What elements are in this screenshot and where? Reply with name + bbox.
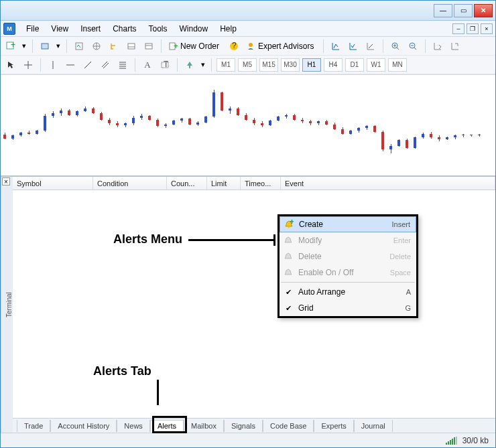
timeframe-m1[interactable]: M1 xyxy=(216,58,235,72)
context-create[interactable]: + Create Insert xyxy=(280,216,416,232)
app-icon: M xyxy=(3,23,15,35)
svg-text:T: T xyxy=(164,60,169,69)
timeframe-m30[interactable]: M30 xyxy=(281,58,300,72)
scroll-chart-button[interactable] xyxy=(430,39,445,54)
chart-shift-button[interactable] xyxy=(448,39,462,54)
tab-journal[interactable]: Journal xyxy=(354,420,393,432)
arrows-dropdown[interactable]: ▾ xyxy=(200,58,206,72)
col-counter[interactable]: Coun... xyxy=(167,177,207,190)
col-symbol[interactable]: Symbol xyxy=(13,177,93,190)
terminal-button[interactable] xyxy=(124,39,139,54)
terminal-content[interactable]: + Create Insert Modify Enter Delete Dele… xyxy=(13,190,495,418)
toolbar-drawing: A T ▾ M1 M5 M15 M30 H1 H4 D1 W1 MN xyxy=(1,56,495,74)
timeframe-d1[interactable]: D1 xyxy=(345,58,364,72)
expert-advisors-button[interactable]: Expert Advisors xyxy=(244,39,318,54)
timeframe-w1[interactable]: W1 xyxy=(367,58,385,72)
expert-advisors-icon xyxy=(246,42,255,51)
menubar: M File View Insert Charts Tools Window H… xyxy=(1,21,495,37)
col-condition[interactable]: Condition xyxy=(93,177,167,190)
timeframe-h1[interactable]: H1 xyxy=(302,58,321,72)
bell-delete-icon xyxy=(282,250,294,263)
window-maximize-button[interactable]: ▭ xyxy=(454,4,473,17)
alerts-context-menu: + Create Insert Modify Enter Delete Dele… xyxy=(277,214,418,318)
status-traffic: 30/0 kb xyxy=(462,436,489,445)
templates-button[interactable] xyxy=(363,39,378,54)
mdi-minimize-button[interactable]: – xyxy=(452,23,464,34)
market-watch-button[interactable] xyxy=(72,39,86,54)
context-modify-shortcut: Enter xyxy=(393,236,411,244)
statusbar: 30/0 kb xyxy=(1,433,495,447)
connection-indicator-icon xyxy=(446,437,457,445)
menu-help[interactable]: Help xyxy=(214,22,242,35)
menu-tools[interactable]: Tools xyxy=(143,22,173,35)
new-chart-button[interactable]: + xyxy=(3,39,18,54)
svg-text:+: + xyxy=(290,220,294,226)
timeframe-m15[interactable]: M15 xyxy=(259,58,278,72)
terminal-close-button[interactable]: × xyxy=(2,177,10,185)
zoom-out-button[interactable] xyxy=(406,39,420,54)
window-minimize-button[interactable]: — xyxy=(434,4,452,17)
col-timeout[interactable]: Timeo... xyxy=(241,177,281,190)
crosshair-button[interactable] xyxy=(21,58,36,72)
cursor-button[interactable] xyxy=(3,58,18,72)
annotation-menu-arrow xyxy=(188,239,275,241)
col-limit[interactable]: Limit xyxy=(207,177,241,190)
toolbar-main: + ▾ ▾ + New Order ? Expert Advisors xyxy=(1,37,495,56)
context-create-shortcut: Insert xyxy=(391,220,410,228)
metaquotes-button[interactable]: ? xyxy=(227,39,241,54)
tab-trade[interactable]: Trade xyxy=(17,420,50,432)
tab-signals[interactable]: Signals xyxy=(224,420,263,432)
new-order-button[interactable]: + New Order xyxy=(166,39,224,54)
context-grid-label: Grid xyxy=(298,303,401,313)
horizontal-line-button[interactable] xyxy=(63,58,78,72)
svg-text:+: + xyxy=(174,42,178,51)
menu-file[interactable]: File xyxy=(21,22,44,35)
svg-rect-5 xyxy=(128,44,135,49)
periodicity-button[interactable] xyxy=(346,39,361,54)
timeframe-h4[interactable]: H4 xyxy=(324,58,343,72)
annotation-menu-arrow-head xyxy=(273,234,275,246)
mdi-restore-button[interactable]: ❐ xyxy=(467,23,479,34)
menu-insert[interactable]: Insert xyxy=(75,22,106,35)
annotation-tab-label: Alerts Tab xyxy=(93,364,151,378)
bell-add-icon: + xyxy=(283,218,295,230)
profiles-dropdown[interactable]: ▾ xyxy=(55,39,62,54)
tab-news[interactable]: News xyxy=(117,420,150,432)
context-delete: Delete Delete xyxy=(280,248,416,265)
arrows-button[interactable] xyxy=(182,58,197,72)
context-auto-arrange[interactable]: ✔ Auto Arrange A xyxy=(280,284,416,300)
col-event[interactable]: Event xyxy=(281,177,495,190)
new-chart-dropdown[interactable]: ▾ xyxy=(21,39,27,54)
tab-account-history[interactable]: Account History xyxy=(50,420,117,432)
text-label-button[interactable]: T xyxy=(158,58,172,72)
chart-area[interactable] xyxy=(1,75,495,175)
profiles-button[interactable] xyxy=(38,39,52,54)
tab-code-base[interactable]: Code Base xyxy=(263,420,314,432)
context-delete-shortcut: Delete xyxy=(389,252,411,260)
context-grid[interactable]: ✔ Grid G xyxy=(280,300,416,316)
titlebar: — ▭ ✕ xyxy=(1,1,495,21)
mdi-close-button[interactable]: × xyxy=(481,23,493,34)
trendline-button[interactable] xyxy=(80,58,95,72)
zoom-in-button[interactable] xyxy=(388,39,403,54)
svg-line-15 xyxy=(397,48,399,50)
timeframe-mn[interactable]: MN xyxy=(388,58,407,72)
timeframe-m5[interactable]: M5 xyxy=(238,58,257,72)
fibonacci-button[interactable] xyxy=(115,58,130,72)
expert-advisors-label: Expert Advisors xyxy=(258,42,314,51)
navigator-button[interactable] xyxy=(107,39,121,54)
svg-line-27 xyxy=(103,63,109,68)
indicators-button[interactable] xyxy=(328,39,343,54)
menu-charts[interactable]: Charts xyxy=(107,22,141,35)
data-window-button[interactable] xyxy=(89,39,104,54)
text-button[interactable]: A xyxy=(140,58,155,72)
tab-mailbox[interactable]: Mailbox xyxy=(184,420,224,432)
vertical-line-button[interactable] xyxy=(46,58,60,72)
strategy-tester-button[interactable] xyxy=(141,39,156,54)
menu-window[interactable]: Window xyxy=(174,22,214,35)
tab-experts[interactable]: Experts xyxy=(314,420,353,432)
window-close-button[interactable]: ✕ xyxy=(474,4,493,17)
equidistant-channel-button[interactable] xyxy=(98,58,113,72)
svg-text:?: ? xyxy=(232,42,237,50)
menu-view[interactable]: View xyxy=(46,22,74,35)
